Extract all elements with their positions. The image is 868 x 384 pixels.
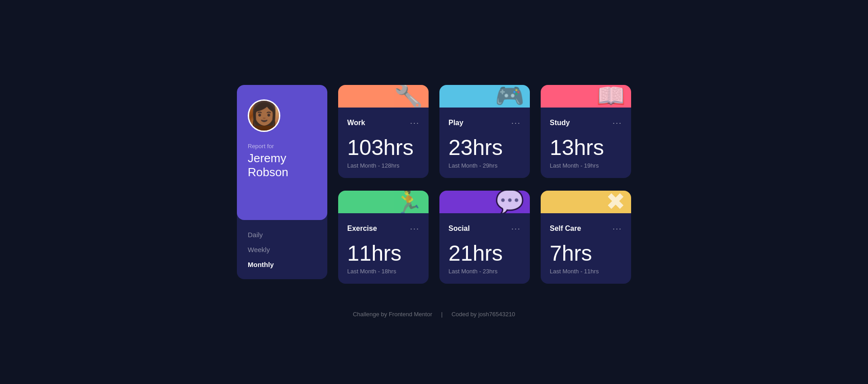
selfcare-sub: Last Month - 11hrs — [550, 268, 622, 275]
card-body-study: Study ··· 13hrs Last Month - 19hrs — [541, 108, 631, 178]
activity-card-work: 🔧 Work ··· 103hrs Last Month - 128hrs — [338, 85, 429, 180]
card-header-play: Play ··· — [448, 118, 521, 128]
work-icon: 🔧 — [394, 85, 423, 108]
activity-card-play: 🎮 Play ··· 23hrs Last Month - 29hrs — [439, 85, 530, 180]
play-hours: 23hrs — [448, 137, 521, 159]
study-title: Study — [550, 119, 570, 127]
work-sub: Last Month - 128hrs — [347, 162, 420, 169]
activity-card-selfcare: ✖ Self Care ··· 7hrs Last Month - 11hrs — [541, 191, 631, 286]
exercise-menu-button[interactable]: ··· — [410, 224, 420, 234]
card-header-study: Study ··· — [550, 118, 622, 128]
card-header-work: Work ··· — [347, 118, 420, 128]
play-sub: Last Month - 29hrs — [448, 162, 521, 169]
card-header-selfcare: Self Care ··· — [550, 224, 622, 234]
footer: Challenge by Frontend Mentor | Coded by … — [349, 311, 519, 318]
card-body-exercise: Exercise ··· 11hrs Last Month - 18hrs — [338, 213, 429, 284]
avatar — [248, 99, 280, 132]
play-title: Play — [448, 119, 463, 127]
avatar-image — [249, 101, 279, 131]
card-body-social: Social ··· 21hrs Last Month - 23hrs — [439, 213, 530, 284]
play-icon: 🎮 — [495, 85, 524, 108]
footer-left: Challenge by Frontend Mentor — [353, 311, 432, 318]
main-container: Report for Jeremy Robson Daily Weekly Mo… — [237, 67, 631, 304]
social-title: Social — [448, 225, 470, 233]
exercise-hours: 11hrs — [347, 243, 420, 264]
work-title: Work — [347, 119, 365, 127]
work-hours: 103hrs — [347, 137, 420, 159]
card-accent-selfcare: ✖ — [541, 191, 631, 213]
social-hours: 21hrs — [448, 243, 521, 264]
exercise-title: Exercise — [347, 225, 377, 233]
study-menu-button[interactable]: ··· — [613, 118, 622, 128]
activity-card-social: 💬 Social ··· 21hrs Last Month - 23hrs — [439, 191, 530, 286]
social-icon: 💬 — [495, 191, 524, 213]
card-accent-social: 💬 — [439, 191, 530, 213]
period-daily[interactable]: Daily — [248, 231, 316, 239]
user-name: Jeremy Robson — [248, 151, 316, 179]
selfcare-hours: 7hrs — [550, 243, 622, 264]
selfcare-icon: ✖ — [606, 191, 626, 213]
activity-card-study: 📖 Study ··· 13hrs Last Month - 19hrs — [541, 85, 631, 180]
selfcare-title: Self Care — [550, 225, 581, 233]
work-menu-button[interactable]: ··· — [410, 118, 420, 128]
period-monthly[interactable]: Monthly — [248, 261, 316, 268]
exercise-sub: Last Month - 18hrs — [347, 268, 420, 275]
card-accent-work: 🔧 — [338, 85, 429, 108]
profile-card: Report for Jeremy Robson Daily Weekly Mo… — [237, 85, 327, 279]
activity-cards-grid: 🔧 Work ··· 103hrs Last Month - 128hrs 🎮 … — [338, 85, 631, 286]
card-accent-play: 🎮 — [439, 85, 530, 108]
period-navigation: Daily Weekly Monthly — [237, 220, 327, 279]
card-body-selfcare: Self Care ··· 7hrs Last Month - 11hrs — [541, 213, 631, 284]
card-accent-study: 📖 — [541, 85, 631, 108]
study-icon: 📖 — [596, 85, 626, 108]
social-sub: Last Month - 23hrs — [448, 268, 521, 275]
profile-top: Report for Jeremy Robson — [237, 85, 327, 220]
study-sub: Last Month - 19hrs — [550, 162, 622, 169]
play-menu-button[interactable]: ··· — [511, 118, 521, 128]
footer-right: Coded by josh76543210 — [452, 311, 515, 318]
selfcare-menu-button[interactable]: ··· — [613, 224, 622, 234]
social-menu-button[interactable]: ··· — [511, 224, 521, 234]
exercise-icon: 🏃 — [394, 191, 423, 213]
study-hours: 13hrs — [550, 137, 622, 159]
report-label: Report for — [248, 143, 316, 150]
card-body-play: Play ··· 23hrs Last Month - 29hrs — [439, 108, 530, 178]
card-accent-exercise: 🏃 — [338, 191, 429, 213]
card-body-work: Work ··· 103hrs Last Month - 128hrs — [338, 108, 429, 178]
card-header-social: Social ··· — [448, 224, 521, 234]
activity-card-exercise: 🏃 Exercise ··· 11hrs Last Month - 18hrs — [338, 191, 429, 286]
period-weekly[interactable]: Weekly — [248, 246, 316, 253]
card-header-exercise: Exercise ··· — [347, 224, 420, 234]
footer-separator: | — [441, 311, 443, 318]
